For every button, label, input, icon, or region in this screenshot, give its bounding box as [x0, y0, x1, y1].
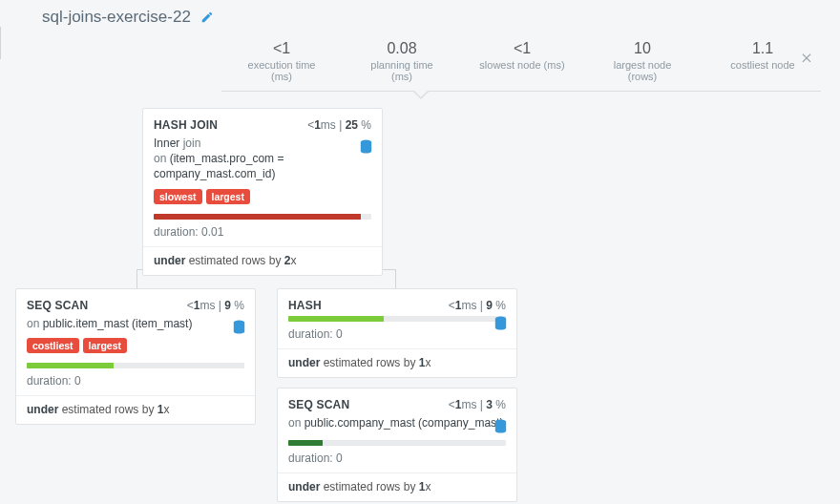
- title-row: sql-joins-exercise-22: [0, 0, 840, 27]
- estimation-text: under estimated rows by 1x: [27, 403, 244, 416]
- duration-bar-fill: [27, 363, 114, 368]
- separator: [16, 395, 255, 396]
- duration-bar-fill: [154, 214, 361, 220]
- duration-bar: [27, 363, 244, 368]
- node-detail: on public.company_mast (company_mast): [288, 415, 506, 430]
- duration-bar-fill: [288, 316, 384, 322]
- stat-planning-time: 0.08 planning time (ms): [359, 40, 445, 91]
- database-icon: [360, 139, 372, 154]
- close-icon[interactable]: [800, 51, 813, 64]
- plan-node-seq-scan-company-mast[interactable]: SEQ SCAN <1ms | 3 % on public.company_ma…: [277, 388, 517, 502]
- connector: [0, 38, 1, 59]
- stats-bar: <1 execution time (ms) 0.08 planning tim…: [221, 32, 821, 92]
- duration-text: duration: 0: [27, 374, 244, 388]
- duration-bar: [288, 440, 506, 446]
- stat-label: slowest node (ms): [479, 59, 565, 71]
- database-icon: [494, 316, 507, 330]
- plan-node-hash-join[interactable]: HASH JOIN <1ms | 25 % Inner join on (ite…: [142, 108, 383, 276]
- database-icon: [233, 320, 245, 334]
- node-time: <1ms | 25 %: [307, 118, 371, 132]
- stat-label: planning time (ms): [359, 59, 445, 82]
- node-header: SEQ SCAN <1ms | 3 %: [288, 398, 506, 411]
- pointer-triangle: [412, 91, 430, 99]
- stat-label: largest node (rows): [599, 59, 685, 82]
- stat-label: costliest node: [720, 59, 806, 71]
- node-detail: on (item_mast.pro_com = company_mast.com…: [154, 151, 371, 181]
- connector: [0, 27, 1, 38]
- node-header: HASH JOIN <1ms | 25 %: [154, 118, 371, 132]
- node-tags: slowest largest: [154, 189, 371, 204]
- stat-largest-node: 10 largest node (rows): [599, 40, 685, 91]
- node-time: <1ms | 9 %: [449, 299, 506, 312]
- node-type: SEQ SCAN: [27, 299, 88, 312]
- stat-value: <1: [479, 40, 565, 57]
- stat-execution-time: <1 execution time (ms): [239, 40, 325, 91]
- stat-value: 10: [599, 40, 685, 57]
- node-tags: costliest largest: [27, 338, 244, 353]
- node-type: SEQ SCAN: [288, 398, 349, 411]
- estimation-text: under estimated rows by 1x: [288, 356, 506, 369]
- estimation-text: under estimated rows by 1x: [288, 480, 506, 494]
- stat-label: execution time (ms): [239, 59, 325, 82]
- node-time: <1ms | 3 %: [449, 398, 506, 411]
- duration-text: duration: 0: [288, 452, 506, 465]
- tag-largest: largest: [206, 189, 250, 204]
- stat-costliest-node: 1.1 costliest node: [720, 40, 806, 91]
- page-title: sql-joins-exercise-22: [42, 8, 191, 27]
- node-detail: on public.item_mast (item_mast): [27, 316, 244, 331]
- estimation-text: under estimated rows by 2x: [154, 254, 371, 267]
- node-detail: Inner join: [154, 136, 371, 151]
- separator: [278, 472, 516, 473]
- stat-value: 1.1: [720, 40, 806, 57]
- duration-text: duration: 0.01: [154, 225, 371, 239]
- plan-node-hash[interactable]: HASH <1ms | 9 % duration: 0 under estima…: [277, 288, 517, 378]
- stat-slowest-node: <1 slowest node (ms): [479, 40, 565, 91]
- node-type: HASH: [288, 299, 322, 312]
- node-time: <1ms | 9 %: [187, 299, 244, 312]
- node-header: SEQ SCAN <1ms | 9 %: [27, 299, 244, 312]
- node-header: HASH <1ms | 9 %: [288, 299, 506, 312]
- tag-slowest: slowest: [154, 189, 202, 204]
- edit-icon[interactable]: [200, 10, 214, 24]
- separator: [278, 348, 516, 349]
- stat-value: 0.08: [359, 40, 445, 57]
- duration-bar-fill: [288, 440, 323, 446]
- separator: [143, 246, 382, 247]
- plan-node-seq-scan-item-mast[interactable]: SEQ SCAN <1ms | 9 % on public.item_mast …: [15, 288, 256, 425]
- duration-bar: [288, 316, 506, 322]
- database-icon: [494, 419, 507, 433]
- tag-largest: largest: [83, 338, 127, 353]
- node-type: HASH JOIN: [154, 118, 218, 132]
- stat-value: <1: [239, 40, 325, 57]
- tag-costliest: costliest: [27, 338, 79, 353]
- duration-bar: [154, 214, 371, 220]
- duration-text: duration: 0: [288, 327, 506, 341]
